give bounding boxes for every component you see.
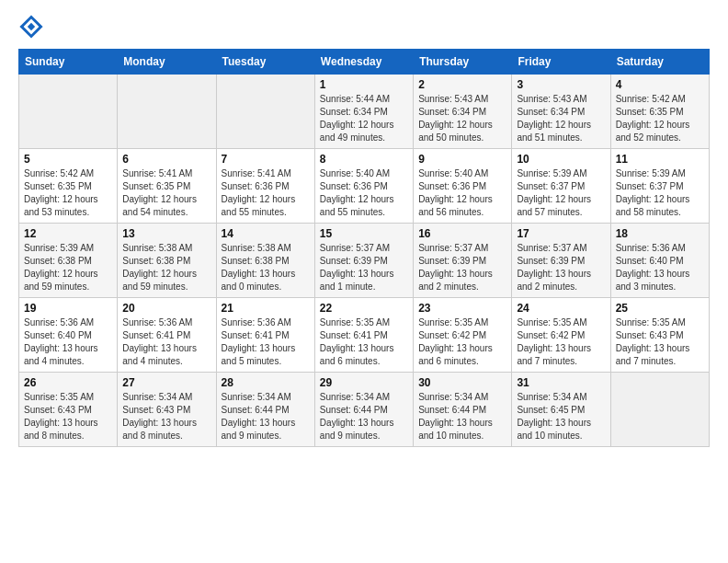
day-cell: 17Sunrise: 5:37 AM Sunset: 6:39 PM Dayli… xyxy=(512,224,610,298)
day-cell: 15Sunrise: 5:37 AM Sunset: 6:39 PM Dayli… xyxy=(314,224,413,298)
day-number: 23 xyxy=(418,302,506,315)
day-number: 25 xyxy=(616,302,704,315)
day-info: Sunrise: 5:40 AM Sunset: 6:36 PM Dayligh… xyxy=(418,167,506,219)
week-row-1: 1Sunrise: 5:44 AM Sunset: 6:34 PM Daylig… xyxy=(19,75,710,149)
day-cell: 31Sunrise: 5:34 AM Sunset: 6:45 PM Dayli… xyxy=(512,373,610,447)
day-cell: 7Sunrise: 5:41 AM Sunset: 6:36 PM Daylig… xyxy=(216,149,314,224)
day-cell: 30Sunrise: 5:34 AM Sunset: 6:44 PM Dayli… xyxy=(414,373,512,447)
day-cell: 12Sunrise: 5:39 AM Sunset: 6:38 PM Dayli… xyxy=(19,224,118,298)
day-info: Sunrise: 5:35 AM Sunset: 6:43 PM Dayligh… xyxy=(24,391,112,442)
day-number: 17 xyxy=(517,227,605,240)
day-info: Sunrise: 5:36 AM Sunset: 6:41 PM Dayligh… xyxy=(222,316,310,368)
day-cell: 26Sunrise: 5:35 AM Sunset: 6:43 PM Dayli… xyxy=(19,373,118,447)
day-number: 4 xyxy=(616,78,704,91)
day-cell: 4Sunrise: 5:42 AM Sunset: 6:35 PM Daylig… xyxy=(610,75,709,149)
day-cell: 16Sunrise: 5:37 AM Sunset: 6:39 PM Dayli… xyxy=(414,224,512,298)
day-number: 27 xyxy=(122,376,210,389)
day-cell: 25Sunrise: 5:35 AM Sunset: 6:43 PM Dayli… xyxy=(610,298,709,373)
header-cell-thursday: Thursday xyxy=(414,50,512,75)
day-cell: 6Sunrise: 5:41 AM Sunset: 6:35 PM Daylig… xyxy=(118,149,216,224)
calendar-table: SundayMondayTuesdayWednesdayThursdayFrid… xyxy=(18,49,710,447)
day-number: 28 xyxy=(222,376,310,389)
header-cell-saturday: Saturday xyxy=(610,50,709,75)
day-info: Sunrise: 5:44 AM Sunset: 6:34 PM Dayligh… xyxy=(320,93,408,144)
day-cell: 18Sunrise: 5:36 AM Sunset: 6:40 PM Dayli… xyxy=(610,224,709,298)
day-cell: 10Sunrise: 5:39 AM Sunset: 6:37 PM Dayli… xyxy=(512,149,610,224)
day-cell: 19Sunrise: 5:36 AM Sunset: 6:40 PM Dayli… xyxy=(19,298,118,373)
day-info: Sunrise: 5:39 AM Sunset: 6:37 PM Dayligh… xyxy=(517,167,605,219)
day-cell: 24Sunrise: 5:35 AM Sunset: 6:42 PM Dayli… xyxy=(512,298,610,373)
day-number: 8 xyxy=(320,153,408,166)
day-cell: 8Sunrise: 5:40 AM Sunset: 6:36 PM Daylig… xyxy=(314,149,413,224)
day-number: 15 xyxy=(320,227,408,240)
logo-icon xyxy=(18,14,44,40)
day-info: Sunrise: 5:42 AM Sunset: 6:35 PM Dayligh… xyxy=(616,93,704,144)
day-number: 19 xyxy=(24,302,112,315)
day-info: Sunrise: 5:41 AM Sunset: 6:35 PM Dayligh… xyxy=(122,167,210,219)
day-cell: 2Sunrise: 5:43 AM Sunset: 6:34 PM Daylig… xyxy=(414,75,512,149)
day-info: Sunrise: 5:34 AM Sunset: 6:44 PM Dayligh… xyxy=(320,391,408,442)
header-cell-wednesday: Wednesday xyxy=(314,50,413,75)
day-info: Sunrise: 5:36 AM Sunset: 6:40 PM Dayligh… xyxy=(616,242,704,293)
day-number: 20 xyxy=(122,302,210,315)
day-info: Sunrise: 5:39 AM Sunset: 6:37 PM Dayligh… xyxy=(616,167,704,219)
header-cell-monday: Monday xyxy=(118,50,216,75)
day-info: Sunrise: 5:36 AM Sunset: 6:40 PM Dayligh… xyxy=(24,316,112,368)
week-row-5: 26Sunrise: 5:35 AM Sunset: 6:43 PM Dayli… xyxy=(19,373,710,447)
day-number: 24 xyxy=(517,302,605,315)
day-number: 12 xyxy=(24,227,112,240)
day-cell: 3Sunrise: 5:43 AM Sunset: 6:34 PM Daylig… xyxy=(512,75,610,149)
header-cell-sunday: Sunday xyxy=(19,50,118,75)
day-info: Sunrise: 5:35 AM Sunset: 6:42 PM Dayligh… xyxy=(517,316,605,368)
day-number: 16 xyxy=(418,227,506,240)
day-cell xyxy=(118,75,216,149)
week-row-3: 12Sunrise: 5:39 AM Sunset: 6:38 PM Dayli… xyxy=(19,224,710,298)
day-info: Sunrise: 5:39 AM Sunset: 6:38 PM Dayligh… xyxy=(24,242,112,293)
day-cell xyxy=(216,75,314,149)
day-cell: 20Sunrise: 5:36 AM Sunset: 6:41 PM Dayli… xyxy=(118,298,216,373)
day-number: 9 xyxy=(418,153,506,166)
day-cell: 9Sunrise: 5:40 AM Sunset: 6:36 PM Daylig… xyxy=(414,149,512,224)
day-cell: 13Sunrise: 5:38 AM Sunset: 6:38 PM Dayli… xyxy=(118,224,216,298)
day-number: 3 xyxy=(517,78,605,91)
day-info: Sunrise: 5:37 AM Sunset: 6:39 PM Dayligh… xyxy=(418,242,506,293)
day-cell: 29Sunrise: 5:34 AM Sunset: 6:44 PM Dayli… xyxy=(314,373,413,447)
day-info: Sunrise: 5:34 AM Sunset: 6:45 PM Dayligh… xyxy=(517,391,605,442)
day-number: 7 xyxy=(222,153,310,166)
week-row-2: 5Sunrise: 5:42 AM Sunset: 6:35 PM Daylig… xyxy=(19,149,710,224)
day-cell: 11Sunrise: 5:39 AM Sunset: 6:37 PM Dayli… xyxy=(610,149,709,224)
page: SundayMondayTuesdayWednesdayThursdayFrid… xyxy=(0,0,728,563)
day-info: Sunrise: 5:40 AM Sunset: 6:36 PM Dayligh… xyxy=(320,167,408,219)
day-info: Sunrise: 5:35 AM Sunset: 6:41 PM Dayligh… xyxy=(320,316,408,368)
day-number: 31 xyxy=(517,376,605,389)
day-info: Sunrise: 5:37 AM Sunset: 6:39 PM Dayligh… xyxy=(320,242,408,293)
day-number: 30 xyxy=(418,376,506,389)
day-info: Sunrise: 5:43 AM Sunset: 6:34 PM Dayligh… xyxy=(418,93,506,144)
day-cell: 22Sunrise: 5:35 AM Sunset: 6:41 PM Dayli… xyxy=(314,298,413,373)
day-cell: 21Sunrise: 5:36 AM Sunset: 6:41 PM Dayli… xyxy=(216,298,314,373)
day-info: Sunrise: 5:37 AM Sunset: 6:39 PM Dayligh… xyxy=(517,242,605,293)
day-cell: 28Sunrise: 5:34 AM Sunset: 6:44 PM Dayli… xyxy=(216,373,314,447)
day-cell: 5Sunrise: 5:42 AM Sunset: 6:35 PM Daylig… xyxy=(19,149,118,224)
day-info: Sunrise: 5:41 AM Sunset: 6:36 PM Dayligh… xyxy=(222,167,310,219)
day-number: 1 xyxy=(320,78,408,91)
day-number: 10 xyxy=(517,153,605,166)
day-info: Sunrise: 5:34 AM Sunset: 6:44 PM Dayligh… xyxy=(418,391,506,442)
header-row: SundayMondayTuesdayWednesdayThursdayFrid… xyxy=(19,50,710,75)
day-cell: 23Sunrise: 5:35 AM Sunset: 6:42 PM Dayli… xyxy=(414,298,512,373)
day-number: 21 xyxy=(222,302,310,315)
day-cell xyxy=(610,373,709,447)
day-number: 18 xyxy=(616,227,704,240)
day-info: Sunrise: 5:36 AM Sunset: 6:41 PM Dayligh… xyxy=(122,316,210,368)
day-number: 26 xyxy=(24,376,112,389)
day-number: 11 xyxy=(616,153,704,166)
day-number: 13 xyxy=(122,227,210,240)
day-info: Sunrise: 5:35 AM Sunset: 6:43 PM Dayligh… xyxy=(616,316,704,368)
day-number: 29 xyxy=(320,376,408,389)
day-info: Sunrise: 5:35 AM Sunset: 6:42 PM Dayligh… xyxy=(418,316,506,368)
day-info: Sunrise: 5:43 AM Sunset: 6:34 PM Dayligh… xyxy=(517,93,605,144)
header xyxy=(18,14,710,40)
header-cell-tuesday: Tuesday xyxy=(216,50,314,75)
header-cell-friday: Friday xyxy=(512,50,610,75)
day-number: 14 xyxy=(222,227,310,240)
